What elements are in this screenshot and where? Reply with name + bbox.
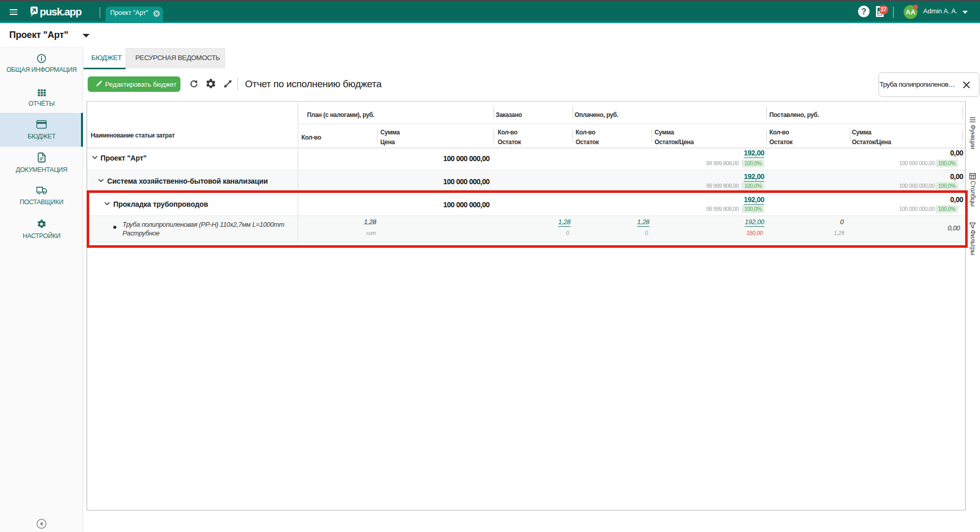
- svg-text:?: ?: [861, 7, 866, 16]
